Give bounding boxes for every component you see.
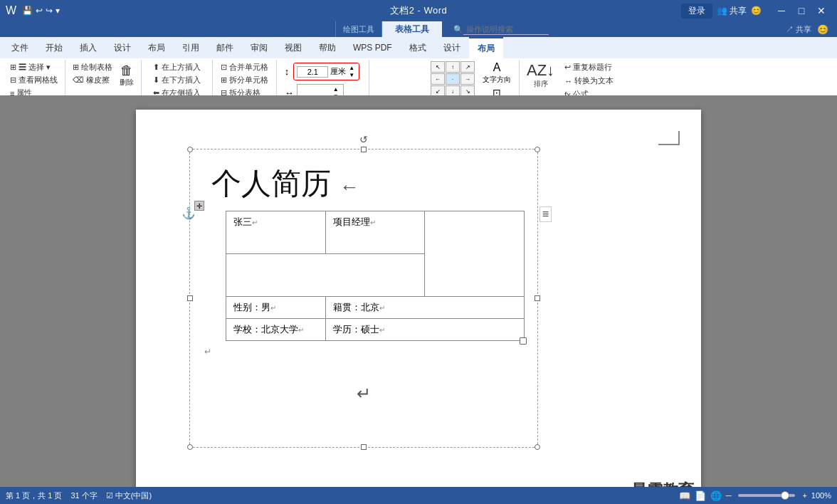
emoji-icon: 😊 (751, 6, 762, 16)
tab-file[interactable]: 文件 (3, 37, 37, 58)
insert-below-icon: ⬇ (153, 75, 159, 85)
align-center[interactable]: · (446, 73, 460, 85)
tab-insert[interactable]: 插入 (71, 37, 105, 58)
align-middleright[interactable]: → (460, 73, 475, 85)
text-frame: ↺ ⚓ ≡ 个人简历 ← ✛ (189, 149, 538, 448)
view-read-icon[interactable]: 📖 (679, 490, 690, 501)
status-left: 第 1 页，共 1 页 31 个字 ☑ 中文(中国) (6, 490, 679, 501)
table-row: 学校：北京大学↵ 学历：硕士↵ (226, 319, 525, 341)
table-move-handle[interactable]: ✛ (194, 201, 204, 211)
width-up-arrow[interactable]: ▲ (332, 86, 340, 93)
rotate-handle[interactable]: ↺ (359, 134, 368, 145)
zoom-level[interactable]: 100% (811, 491, 831, 500)
redo-icon[interactable]: ↪ (46, 6, 53, 16)
tab-review[interactable]: 审阅 (242, 37, 276, 58)
table-resize-handle[interactable] (520, 337, 527, 345)
zoom-plus-icon[interactable]: + (802, 491, 806, 500)
gender-cell[interactable]: 性别：男↵ (226, 297, 326, 319)
split-icon: ⊞ (221, 75, 227, 85)
search-input[interactable] (463, 24, 549, 35)
tab-tablelayout[interactable]: 布局 (469, 37, 503, 58)
select-button[interactable]: ⊞ ☰ 选择 ▾ (7, 61, 60, 73)
job-cell[interactable]: 项目经理↵ (325, 211, 425, 254)
height-down-arrow[interactable]: ▼ (347, 72, 356, 79)
insert-below-button[interactable]: ⬇ 在下方插入 (150, 74, 204, 86)
customize-icon[interactable]: ▾ (56, 6, 60, 16)
view-web-icon[interactable]: 🌐 (710, 490, 722, 501)
title-bar-left: W 💾 ↩ ↪ ▾ (6, 4, 212, 17)
minimize-button[interactable]: ─ (772, 1, 791, 21)
repeat-header-button[interactable]: ↩ 重复标题行 (562, 61, 616, 73)
photo-cell[interactable] (425, 211, 525, 297)
title-center: 文档2 - Word (212, 4, 625, 17)
title-right: 登录 👥 共享 😊 ─ □ ✕ (625, 1, 831, 21)
zoom-slider[interactable] (738, 494, 795, 497)
tab-mailings[interactable]: 邮件 (208, 37, 242, 58)
convert-icon: ↔ (564, 77, 572, 85)
resume-table: 张三↵ 项目经理↵ (226, 211, 525, 341)
gridlines-icon: ⊟ (10, 75, 16, 85)
view-print-icon[interactable]: 📄 (695, 490, 706, 501)
table-tools-tab-group[interactable]: 表格工具 (382, 21, 442, 37)
photo-area-cell[interactable] (226, 254, 425, 297)
split-cells-button[interactable]: ⊞ 拆分单元格 (218, 74, 271, 86)
tab-layout[interactable]: 布局 (140, 37, 174, 58)
name-cell[interactable]: 张三↵ (226, 211, 326, 254)
height-up-arrow[interactable]: ▲ (347, 65, 356, 72)
school-cell[interactable]: 学校：北京大学↵ (226, 319, 326, 341)
maximize-button[interactable]: □ (791, 1, 811, 21)
close-button[interactable]: ✕ (811, 1, 831, 21)
frame-handle-middleright[interactable] (535, 295, 540, 301)
align-middleleft[interactable]: ← (431, 73, 445, 85)
tab-design[interactable]: 设计 (105, 37, 140, 58)
repeat-icon: ↩ (564, 63, 571, 72)
delete-icon: 🗑 (120, 64, 133, 77)
tab-view[interactable]: 视图 (276, 37, 310, 58)
draw-table-button[interactable]: ⊞ 绘制表格 (70, 61, 115, 73)
row-height-input[interactable] (297, 66, 328, 78)
tab-format[interactable]: 格式 (401, 37, 435, 58)
align-grid: ↖ ↑ ↗ ← · → ↙ ↓ ↘ (431, 61, 475, 97)
tab-tabledesign[interactable]: 设计 (435, 37, 469, 58)
merge-cells-button[interactable]: ⊡ 合并单元格 (218, 61, 271, 73)
undo-icon[interactable]: ↩ (36, 6, 43, 16)
eraser-button[interactable]: ⌫ 橡皮擦 (70, 74, 115, 86)
char-count: 31 个字 (70, 490, 97, 501)
align-topcenter[interactable]: ↑ (446, 61, 460, 73)
education-cell[interactable]: 学历：硕士↵ (325, 319, 524, 341)
align-topleft[interactable]: ↖ (431, 61, 445, 73)
insert-above-button[interactable]: ⬆ 在上方插入 (150, 61, 204, 73)
sort-icon: AZ↓ (527, 63, 554, 78)
insert-above-icon: ⬆ (153, 63, 159, 72)
tab-home[interactable]: 开始 (37, 37, 71, 58)
frame-handle-bottomright[interactable] (535, 444, 540, 450)
layout-options-icon[interactable]: ≡ (539, 206, 552, 222)
tab-help[interactable]: 帮助 (310, 37, 344, 58)
sort-button[interactable]: AZ↓ 排序 (524, 61, 557, 90)
frame-handle-bottomleft[interactable] (187, 444, 193, 450)
tab-wpspdf[interactable]: WPS PDF (344, 37, 401, 58)
text-direction-label[interactable]: 文字方向 (483, 75, 511, 85)
eraser-icon: ⌫ (73, 75, 84, 85)
share-button[interactable]: 👥 共享 (717, 5, 747, 17)
view-gridlines-button[interactable]: ⊟ 查看网格线 (7, 74, 60, 86)
row-height-control: 厘米 ▲ ▼ (293, 63, 359, 80)
status-bar: 第 1 页，共 1 页 31 个字 ☑ 中文(中国) 📖 📄 🌐 ─ + 100… (0, 487, 837, 504)
tab-references[interactable]: 引用 (174, 37, 208, 58)
native-cell[interactable]: 籍贯：北京↵ (325, 297, 524, 319)
frame-handle-bottomcenter[interactable] (361, 444, 367, 450)
height-unit: 厘米 (330, 66, 346, 77)
language-indicator: ☑ 中文(中国) (106, 490, 152, 501)
zoom-thumb[interactable] (781, 491, 789, 500)
convert-text-button[interactable]: ↔ 转换为文本 (562, 75, 616, 87)
zoom-minus-icon[interactable]: ─ (726, 491, 732, 500)
draw-tools-tab-group: 绘图工具 (335, 21, 382, 37)
align-topright[interactable]: ↗ (460, 61, 475, 73)
context-tabs: 绘图工具 表格工具 🔍 ↗ 共享 😊 (0, 21, 837, 37)
watermark: 最需教育 (631, 480, 694, 487)
frame-handle-middleleft[interactable] (187, 295, 193, 301)
save-icon[interactable]: 💾 (22, 6, 33, 16)
delete-button[interactable]: 🗑 删除 (117, 63, 137, 89)
select-icon: ⊞ (10, 63, 16, 72)
login-button[interactable]: 登录 (681, 4, 712, 19)
